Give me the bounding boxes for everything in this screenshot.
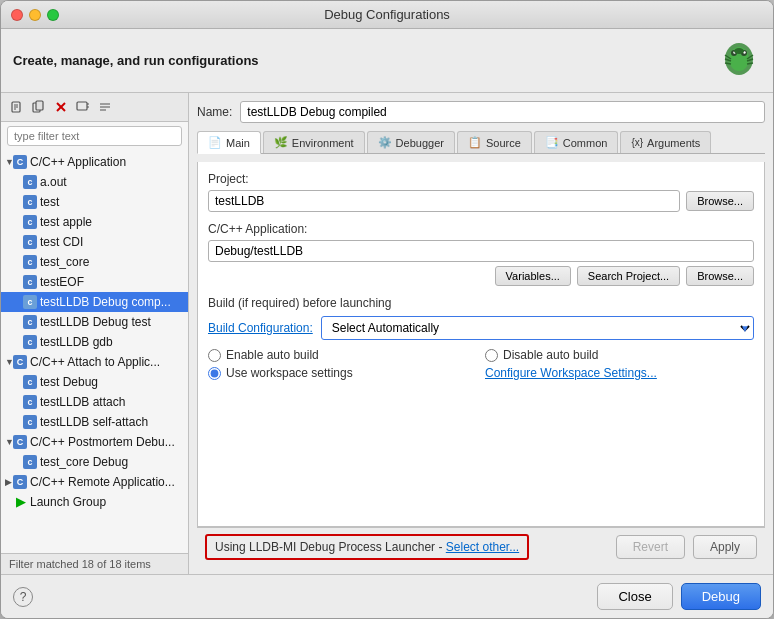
c-icon: c [23,395,37,409]
tree-item-testlldb-gdb[interactable]: ctestLLDB gdb [1,332,188,352]
select-other-link[interactable]: Select other... [446,540,519,554]
tree-item-test-apple[interactable]: ctest apple [1,212,188,232]
name-label: Name: [197,105,232,119]
tree-item-testlldb-debug-comp[interactable]: ctestLLDB Debug comp... [1,292,188,312]
build-section: Build (if required) before launching Bui… [208,296,754,380]
svg-rect-21 [77,102,87,110]
tab-debugger[interactable]: ⚙️ Debugger [367,131,455,153]
tab-main[interactable]: 📄 Main [197,131,261,154]
variables-btn[interactable]: Variables... [495,266,571,286]
filter-input[interactable] [7,126,182,146]
radio-use-workspace[interactable]: Use workspace settings [208,366,477,380]
tree-group-attach[interactable]: ▼ C C/C++ Attach to Applic... [1,352,188,372]
tree-item-test[interactable]: ctest [1,192,188,212]
tree-item-testlldb-attach[interactable]: ctestLLDB attach [1,392,188,412]
common-tab-label: Common [563,137,608,149]
svg-point-12 [734,48,744,54]
revert-btn[interactable]: Revert [616,535,685,559]
radio-disable-auto-build-input[interactable] [485,349,498,362]
args-tab-icon: {x} [631,137,643,148]
c-icon: c [23,315,37,329]
build-config-row: Build Configuration: Select Automaticall… [208,316,754,340]
launcher-info: Using LLDB-MI Debug Process Launcher - S… [205,534,529,560]
tree-item-testlldb-debug-test[interactable]: ctestLLDB Debug test [1,312,188,332]
main-tab-icon: 📄 [208,136,222,149]
build-config-select[interactable]: Select Automatically [321,316,754,340]
tree-item-test-debug[interactable]: ctest Debug [1,372,188,392]
args-tab-label: Arguments [647,137,700,149]
tree-group-launch[interactable]: ▶ Launch Group [1,492,188,512]
tab-content-main: Project: Browse... C/C++ Application: Va… [197,162,765,527]
duplicate-config-btn[interactable] [29,97,49,117]
c-icon: c [23,375,37,389]
tree-item-aout[interactable]: ca.out [1,172,188,192]
radio-use-workspace-input[interactable] [208,367,221,380]
radio-enable-auto-build-input[interactable] [208,349,221,362]
svg-line-8 [725,63,731,64]
name-row: Name: [197,101,765,123]
project-browse-btn[interactable]: Browse... [686,191,754,211]
bug-logo [717,37,761,84]
app-browse-btn[interactable]: Browse... [686,266,754,286]
common-tab-icon: 📑 [545,136,559,149]
config-name-input[interactable] [240,101,765,123]
search-project-btn[interactable]: Search Project... [577,266,680,286]
bottom-bar: Using LLDB-MI Debug Process Launcher - S… [197,527,765,566]
minimize-window-btn[interactable] [29,9,41,21]
debug-btn[interactable]: Debug [681,583,761,610]
header-title: Create, manage, and run configurations [13,53,259,68]
c-icon: c [23,175,37,189]
radio-disable-auto-build-label: Disable auto build [503,348,598,362]
build-config-label[interactable]: Build Configuration: [208,321,313,335]
tree-group-cpp-app[interactable]: ▼ C C/C++ Application [1,152,188,172]
tree-item-test-cdi[interactable]: ctest CDI [1,232,188,252]
tab-environment[interactable]: 🌿 Environment [263,131,365,153]
app-label: C/C++ Application: [208,222,754,236]
tab-arguments[interactable]: {x} Arguments [620,131,711,153]
radio-enable-auto-build-label: Enable auto build [226,348,319,362]
tree-item-test-core-debug[interactable]: ctest_core Debug [1,452,188,472]
tab-source[interactable]: 📋 Source [457,131,532,153]
tab-common[interactable]: 📑 Common [534,131,619,153]
tree-item-testlldb-self-attach[interactable]: ctestLLDB self-attach [1,412,188,432]
close-window-btn[interactable] [11,9,23,21]
tree-group-postmortem[interactable]: ▼ C C/C++ Postmortem Debu... [1,432,188,452]
window-controls [11,9,59,21]
c-icon: c [23,415,37,429]
action-buttons: Revert Apply [616,535,757,559]
apply-btn[interactable]: Apply [693,535,757,559]
launch-group-icon: ▶ [13,495,27,509]
svg-rect-18 [36,101,43,110]
project-input[interactable] [208,190,680,212]
tree-item-testeof[interactable]: ctestEOF [1,272,188,292]
footer-bar: ? Close Debug [1,574,773,618]
cpp-app-group-icon: C [13,155,27,169]
delete-config-btn[interactable] [51,97,71,117]
dbg-tab-icon: ⚙️ [378,136,392,149]
configure-workspace-link[interactable]: Configure Workspace Settings... [485,366,754,380]
left-panel: ▼ C C/C++ Application ca.out ctest ctest… [1,93,189,574]
debug-configurations-window: Debug Configurations Create, manage, and… [0,0,774,619]
c-icon: c [23,335,37,349]
cpp-remote-icon: C [13,475,27,489]
app-input[interactable] [208,240,754,262]
app-input-row [208,240,754,262]
radio-enable-auto-build[interactable]: Enable auto build [208,348,477,362]
c-icon: c [23,455,37,469]
radio-disable-auto-build[interactable]: Disable auto build [485,348,754,362]
c-icon: c [23,235,37,249]
new-config-btn[interactable] [7,97,27,117]
help-icon[interactable]: ? [13,587,33,607]
c-icon: c [23,255,37,269]
vars-row: Variables... Search Project... Browse... [208,266,754,286]
tree-group-remote[interactable]: ▶ C C/C++ Remote Applicatio... [1,472,188,492]
tree-item-test-core[interactable]: ctest_core [1,252,188,272]
maximize-window-btn[interactable] [47,9,59,21]
close-btn[interactable]: Close [597,583,672,610]
cpp-postmortem-icon: C [13,435,27,449]
build-section-title: Build (if required) before launching [208,296,754,310]
src-tab-icon: 📋 [468,136,482,149]
svg-line-11 [747,63,753,64]
collapse-all-btn[interactable] [95,97,115,117]
filter-btn[interactable] [73,97,93,117]
